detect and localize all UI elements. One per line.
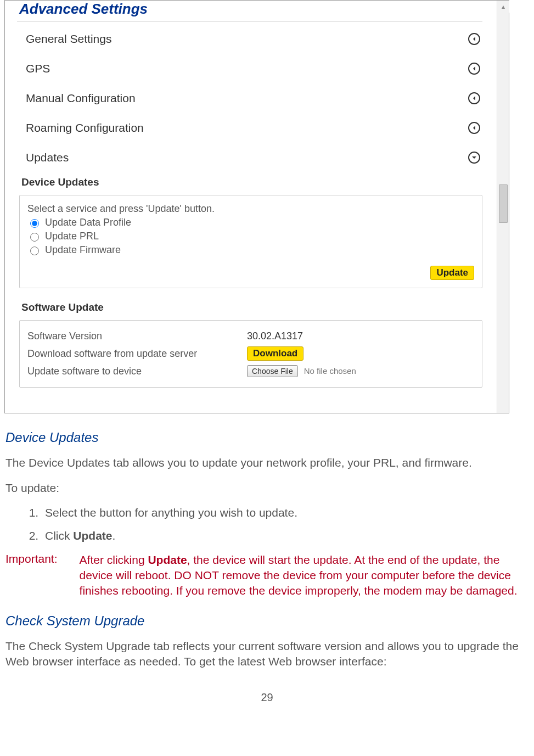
- doc-heading-check-system-upgrade: Check System Upgrade: [5, 613, 529, 629]
- menu-item-label: Roaming Configuration: [26, 121, 144, 135]
- radio-update-prl[interactable]: Update PRL: [27, 231, 474, 242]
- chevron-down-icon: [468, 152, 480, 164]
- doc-paragraph: The Check System Upgrade tab reflects yo…: [5, 639, 529, 670]
- bold-text: Update: [73, 529, 112, 542]
- device-updates-title: Device Updates: [19, 172, 482, 193]
- menu-item-manual-configuration[interactable]: Manual Configuration: [19, 83, 482, 113]
- chevron-left-icon: [468, 122, 480, 134]
- important-label: Important:: [5, 552, 58, 599]
- menu-item-roaming-configuration[interactable]: Roaming Configuration: [19, 113, 482, 142]
- scrollbar-track[interactable]: ▴: [497, 1, 509, 413]
- menu-item-label: General Settings: [26, 32, 111, 46]
- choose-file-button[interactable]: Choose File: [247, 365, 298, 377]
- radio-update-firmware[interactable]: Update Firmware: [27, 244, 474, 256]
- settings-screenshot: ▴ Advanced Settings General Settings GPS…: [4, 0, 509, 413]
- radio-input[interactable]: [30, 219, 39, 228]
- document-body: Device Updates The Device Updates tab al…: [0, 413, 534, 704]
- scroll-up-arrow-icon[interactable]: ▴: [497, 1, 509, 13]
- software-version-label: Software Version: [27, 331, 247, 342]
- doc-paragraph: To update:: [5, 480, 529, 496]
- chevron-left-icon: [468, 33, 480, 45]
- doc-ordered-list: Select the button for anything you wish …: [5, 506, 529, 542]
- important-text: After clicking Update, the device will s…: [80, 552, 529, 599]
- menu-item-gps[interactable]: GPS: [19, 53, 482, 83]
- menu-item-label: Manual Configuration: [26, 92, 136, 105]
- page-number: 29: [5, 691, 529, 704]
- scrollbar-thumb[interactable]: [499, 184, 508, 223]
- download-software-label: Download software from update server: [27, 348, 247, 360]
- radio-input[interactable]: [30, 233, 39, 242]
- chevron-left-icon: [468, 92, 480, 104]
- list-item: Click Update.: [42, 529, 529, 542]
- update-button[interactable]: Update: [430, 266, 474, 280]
- radio-label: Update Data Profile: [45, 217, 131, 228]
- download-button[interactable]: Download: [247, 346, 303, 361]
- radio-update-data-profile[interactable]: Update Data Profile: [27, 217, 474, 228]
- important-note: Important: After clicking Update, the de…: [5, 552, 529, 599]
- important-text-pre: After clicking: [80, 553, 148, 566]
- bold-text: Update: [148, 553, 187, 566]
- list-item: Select the button for anything you wish …: [42, 506, 529, 519]
- radio-input[interactable]: [30, 247, 39, 255]
- device-updates-instruction: Select a service and press 'Update' butt…: [27, 203, 474, 215]
- menu-item-label: GPS: [26, 62, 50, 75]
- chevron-left-icon: [468, 63, 480, 75]
- radio-label: Update PRL: [45, 231, 99, 242]
- menu-item-general-settings[interactable]: General Settings: [19, 24, 482, 53]
- menu-item-label: Updates: [26, 151, 69, 164]
- update-to-device-label: Update software to device: [27, 366, 247, 377]
- menu-item-updates[interactable]: Updates: [19, 142, 482, 172]
- doc-heading-device-updates: Device Updates: [5, 430, 529, 445]
- device-updates-panel: Select a service and press 'Update' butt…: [19, 195, 482, 288]
- software-version-value: 30.02.A1317: [247, 331, 303, 342]
- doc-paragraph: The Device Updates tab allows you to upd…: [5, 455, 529, 471]
- no-file-chosen-text: No file chosen: [304, 366, 356, 376]
- software-update-title: Software Update: [19, 297, 482, 318]
- software-update-panel: Software Version 30.02.A1317 Download so…: [19, 320, 482, 388]
- radio-label: Update Firmware: [45, 244, 121, 256]
- page-title: Advanced Settings: [17, 1, 482, 21]
